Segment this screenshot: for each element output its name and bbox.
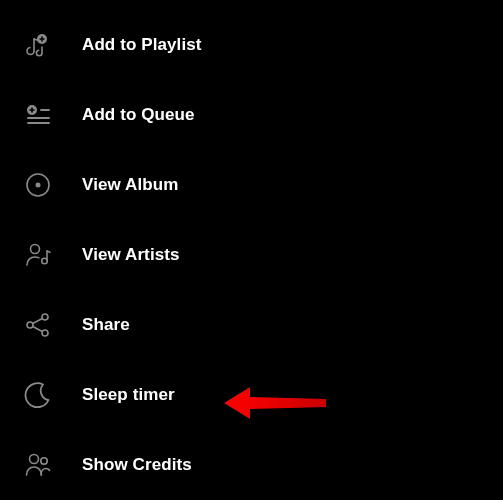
moon-icon — [20, 377, 56, 413]
menu-label: Add to Queue — [82, 105, 195, 125]
svg-point-7 — [27, 322, 33, 328]
svg-point-9 — [30, 455, 39, 464]
menu-item-share[interactable]: Share — [20, 290, 503, 360]
album-icon — [20, 167, 56, 203]
menu-label: Show Credits — [82, 455, 192, 475]
svg-point-6 — [42, 314, 48, 320]
credits-icon — [20, 447, 56, 483]
artist-icon — [20, 237, 56, 273]
menu-item-view-album[interactable]: View Album — [20, 150, 503, 220]
svg-point-4 — [31, 245, 40, 254]
menu-item-add-to-queue[interactable]: Add to Queue — [20, 80, 503, 150]
menu-label: View Artists — [82, 245, 180, 265]
menu-label: Share — [82, 315, 130, 335]
svg-point-5 — [42, 258, 48, 264]
add-to-queue-icon — [20, 97, 56, 133]
context-menu: Add to Playlist Add to Queue View Album — [0, 0, 503, 500]
share-icon — [20, 307, 56, 343]
menu-item-view-artists[interactable]: View Artists — [20, 220, 503, 290]
menu-item-add-to-playlist[interactable]: Add to Playlist — [20, 10, 503, 80]
menu-item-show-credits[interactable]: Show Credits — [20, 430, 503, 500]
menu-label: Sleep timer — [82, 385, 175, 405]
svg-point-8 — [42, 330, 48, 336]
svg-point-3 — [36, 183, 41, 188]
add-to-playlist-icon — [20, 27, 56, 63]
menu-item-sleep-timer[interactable]: Sleep timer — [20, 360, 503, 430]
menu-label: Add to Playlist — [82, 35, 202, 55]
svg-point-10 — [41, 458, 47, 464]
menu-label: View Album — [82, 175, 178, 195]
